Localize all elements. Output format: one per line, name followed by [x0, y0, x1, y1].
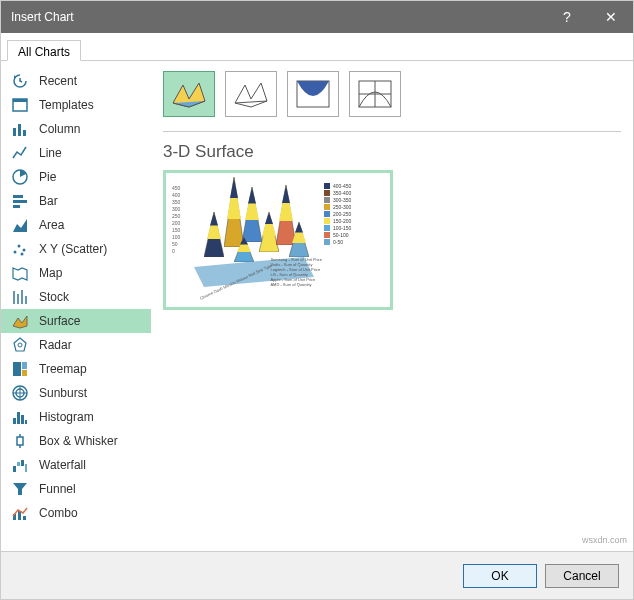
svg-marker-49 [265, 212, 273, 224]
area-icon [11, 216, 29, 234]
sidebar-item-label: Sunburst [39, 386, 87, 400]
subtype-3d-surface[interactable] [163, 71, 215, 117]
svg-rect-3 [18, 124, 21, 136]
svg-rect-23 [17, 437, 23, 445]
sidebar-item-label: Stock [39, 290, 69, 304]
help-button[interactable]: ? [545, 1, 589, 33]
chart-legend: 400-450350-400300-350250-300200-250150-2… [324, 179, 384, 301]
sidebar-item-column[interactable]: Column [1, 117, 151, 141]
sidebar-item-map[interactable]: Map [1, 261, 151, 285]
sidebar-item-label: Surface [39, 314, 80, 328]
svg-rect-27 [17, 462, 20, 466]
sidebar-item-label: Funnel [39, 482, 76, 496]
cancel-button[interactable]: Cancel [545, 564, 619, 588]
svg-rect-8 [13, 205, 20, 208]
series-axis-labels: Samsung - Sum of Unit PriceVodix - Sum o… [270, 257, 322, 287]
sidebar-item-recent[interactable]: Recent [1, 69, 151, 93]
treemap-icon [11, 360, 29, 378]
sidebar-item-pie[interactable]: Pie [1, 165, 151, 189]
box-whisker-icon [11, 432, 29, 450]
legend-item: 350-400 [324, 190, 384, 196]
map-icon [11, 264, 29, 282]
templates-icon [11, 96, 29, 114]
stock-icon [11, 288, 29, 306]
line-icon [11, 144, 29, 162]
chart-type-sidebar: RecentTemplatesColumnLinePieBarAreaX Y (… [1, 61, 151, 551]
sidebar-item-label: Area [39, 218, 64, 232]
legend-item: 250-300 [324, 204, 384, 210]
watermark: wsxdn.com [582, 535, 627, 545]
sidebar-item-waterfall[interactable]: Waterfall [1, 453, 151, 477]
histogram-icon [11, 408, 29, 426]
dialog-footer: OK Cancel [1, 551, 633, 599]
ok-button[interactable]: OK [463, 564, 537, 588]
subtype-contour[interactable] [287, 71, 339, 117]
sidebar-item-label: Box & Whisker [39, 434, 118, 448]
svg-rect-14 [13, 362, 21, 376]
sidebar-item-label: Histogram [39, 410, 94, 424]
sidebar-item-bar[interactable]: Bar [1, 189, 151, 213]
sidebar-item-funnel[interactable]: Funnel [1, 477, 151, 501]
sidebar-item-sunburst[interactable]: Sunburst [1, 381, 151, 405]
sidebar-item-stock[interactable]: Stock [1, 285, 151, 309]
svg-marker-46 [248, 187, 256, 204]
legend-item: 200-250 [324, 211, 384, 217]
svg-rect-2 [13, 128, 16, 136]
subtype-row [163, 71, 621, 132]
sidebar-item-label: Radar [39, 338, 72, 352]
sidebar-item-label: Line [39, 146, 62, 160]
svg-point-12 [21, 253, 24, 256]
bar-icon [11, 192, 29, 210]
sidebar-item-label: Treemap [39, 362, 87, 376]
sidebar-item-area[interactable]: Area [1, 213, 151, 237]
tab-strip: All Charts [1, 33, 633, 61]
tab-all-charts[interactable]: All Charts [7, 40, 81, 61]
sidebar-item-surface[interactable]: Surface [1, 309, 151, 333]
chart-preview[interactable]: 450400350300250200150100500 Chrome Dash … [163, 170, 393, 310]
legend-item: 50-100 [324, 232, 384, 238]
radar-icon [11, 336, 29, 354]
z-axis-ticks: 450400350300250200150100500 [172, 185, 180, 255]
combo-icon [11, 504, 29, 522]
subtype-wireframe-contour[interactable] [349, 71, 401, 117]
svg-rect-6 [13, 195, 23, 198]
svg-point-13 [18, 343, 22, 347]
legend-item: 400-450 [324, 183, 384, 189]
subtype-wireframe-3d[interactable] [225, 71, 277, 117]
svg-rect-21 [21, 415, 24, 424]
surface-3d-icon [169, 77, 209, 111]
chart-type-heading: 3-D Surface [163, 142, 621, 162]
svg-marker-43 [230, 177, 238, 198]
contour-icon [293, 77, 333, 111]
sidebar-item-combo[interactable]: Combo [1, 501, 151, 525]
svg-marker-58 [240, 237, 248, 245]
svg-rect-22 [25, 420, 27, 424]
sidebar-item-histogram[interactable]: Histogram [1, 405, 151, 429]
legend-item: 0-50 [324, 239, 384, 245]
wireframe-3d-icon [231, 77, 271, 111]
svg-rect-1 [13, 99, 27, 102]
svg-rect-28 [21, 460, 24, 466]
x-y-scatter--icon [11, 240, 29, 258]
sidebar-item-line[interactable]: Line [1, 141, 151, 165]
sidebar-item-templates[interactable]: Templates [1, 93, 151, 117]
svg-rect-20 [17, 412, 20, 424]
sidebar-item-radar[interactable]: Radar [1, 333, 151, 357]
close-button[interactable]: ✕ [589, 1, 633, 33]
recent-icon [11, 72, 29, 90]
titlebar: Insert Chart ? ✕ [1, 1, 633, 33]
sidebar-item-label: X Y (Scatter) [39, 242, 107, 256]
main-panel: 3-D Surface 450400350300250200150100500 … [151, 61, 633, 551]
sidebar-item-treemap[interactable]: Treemap [1, 357, 151, 381]
legend-item: 150-200 [324, 218, 384, 224]
window-title: Insert Chart [11, 10, 74, 24]
svg-marker-52 [282, 185, 290, 203]
svg-marker-55 [295, 222, 303, 233]
sidebar-item-x-y-scatter-[interactable]: X Y (Scatter) [1, 237, 151, 261]
surface-icon [11, 312, 29, 330]
sidebar-item-box-whisker[interactable]: Box & Whisker [1, 429, 151, 453]
sidebar-item-label: Combo [39, 506, 78, 520]
svg-point-9 [14, 251, 17, 254]
sidebar-item-label: Pie [39, 170, 56, 184]
wireframe-contour-icon [355, 77, 395, 111]
